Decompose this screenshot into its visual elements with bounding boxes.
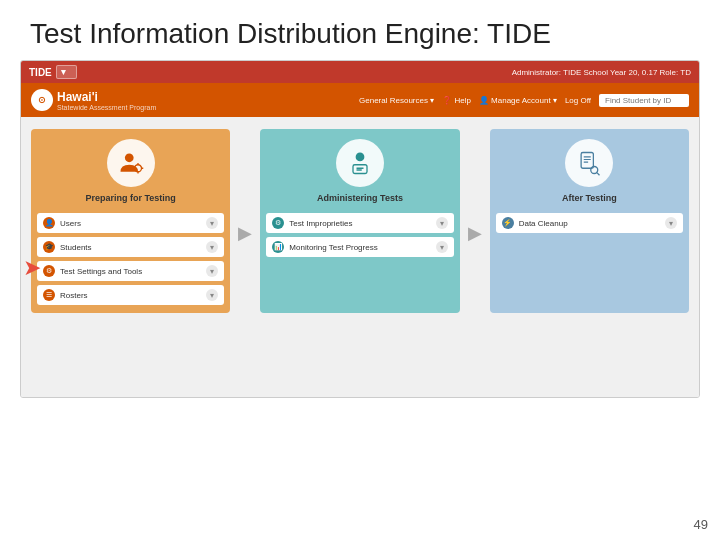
general-resources-menu[interactable]: General Resources ▾: [359, 96, 434, 105]
svg-point-6: [356, 153, 365, 162]
users-icon: 👤: [43, 217, 55, 229]
test-improprieties-chevron: ▾: [436, 217, 448, 229]
monitoring-icon: 📊: [272, 241, 284, 253]
test-settings-label: Test Settings and Tools: [60, 267, 201, 276]
monitoring-label: Monitoring Test Progress: [289, 243, 430, 252]
svg-point-0: [125, 153, 134, 162]
user-gear-icon: [117, 149, 145, 177]
arrow-2: ▶: [468, 129, 482, 313]
after-title: After Testing: [562, 193, 617, 203]
preparing-title: Preparing for Testing: [85, 193, 175, 203]
svg-point-14: [591, 167, 598, 174]
test-settings-menu-item[interactable]: ⚙ Test Settings and Tools ▾: [37, 261, 224, 281]
doc-search-icon: [575, 149, 603, 177]
svg-rect-10: [581, 153, 593, 169]
test-improprieties-icon: ⚙: [272, 217, 284, 229]
users-menu-item[interactable]: 👤 Users ▾: [37, 213, 224, 233]
svg-line-15: [597, 173, 600, 176]
students-label: Students: [60, 243, 201, 252]
preparing-menu: 👤 Users ▾ 🎓 Students ▾ ⚙ Test Settings a…: [31, 213, 230, 313]
tide-nav-right: General Resources ▾ ❓ Help 👤 Manage Acco…: [359, 94, 689, 107]
tide-main-content: ➤ Prepa: [21, 117, 699, 397]
users-label: Users: [60, 219, 201, 228]
find-student-input[interactable]: [599, 94, 689, 107]
data-cleanup-chevron: ▾: [665, 217, 677, 229]
test-improprieties-item[interactable]: ⚙ Test Improprieties ▾: [266, 213, 453, 233]
hawaii-logo-icon: ⊙: [31, 89, 53, 111]
topbar-right: Administrator: TIDE School Year 20, 0.17…: [512, 68, 691, 77]
hawaii-logo: ⊙ Hawai'i Statewide Assessment Program: [31, 89, 156, 111]
after-testing-column: After Testing ⚡ Data Cleanup ▾: [490, 129, 689, 313]
administering-icon-circle: [336, 139, 384, 187]
tide-header: ⊙ Hawai'i Statewide Assessment Program G…: [21, 83, 699, 117]
hawaii-logo-text: Hawai'i: [57, 90, 156, 104]
user-screen-icon: [346, 149, 374, 177]
topbar-left: TIDE ▾: [29, 65, 77, 79]
monitoring-progress-item[interactable]: 📊 Monitoring Test Progress ▾: [266, 237, 453, 257]
red-arrow-pointer: ➤: [23, 257, 41, 279]
app-name-label: TIDE: [29, 67, 52, 78]
rosters-menu-item[interactable]: ☰ Rosters ▾: [37, 285, 224, 305]
tide-topbar: TIDE ▾ Administrator: TIDE School Year 2…: [21, 61, 699, 83]
preparing-icon-circle: [107, 139, 155, 187]
help-link[interactable]: ❓ Help: [442, 96, 471, 105]
after-menu: ⚡ Data Cleanup ▾: [490, 213, 689, 241]
monitoring-chevron: ▾: [436, 241, 448, 253]
students-icon: 🎓: [43, 241, 55, 253]
administering-menu: ⚙ Test Improprieties ▾ 📊 Monitoring Test…: [260, 213, 459, 265]
data-cleanup-label: Data Cleanup: [519, 219, 660, 228]
page-title: Test Information Distribution Engine: TI…: [0, 0, 720, 60]
test-improprieties-label: Test Improprieties: [289, 219, 430, 228]
administering-column: Administering Tests ⚙ Test Improprieties…: [260, 129, 459, 313]
tide-dropdown[interactable]: ▾: [56, 65, 77, 79]
students-menu-item[interactable]: 🎓 Students ▾: [37, 237, 224, 257]
after-header: After Testing: [490, 129, 689, 213]
hawaii-logo-sub: Statewide Assessment Program: [57, 104, 156, 111]
svg-rect-7: [353, 165, 367, 174]
manage-account-menu[interactable]: 👤 Manage Account ▾: [479, 96, 557, 105]
data-cleanup-item[interactable]: ⚡ Data Cleanup ▾: [496, 213, 683, 233]
data-cleanup-icon: ⚡: [502, 217, 514, 229]
tide-application: TIDE ▾ Administrator: TIDE School Year 2…: [20, 60, 700, 398]
log-off-link[interactable]: Log Off: [565, 96, 591, 105]
page-number: 49: [694, 517, 708, 532]
rosters-label: Rosters: [60, 291, 201, 300]
arrow-1: ▶: [238, 129, 252, 313]
preparing-column: Preparing for Testing 👤 Users ▾ 🎓 Studen…: [31, 129, 230, 313]
rosters-chevron: ▾: [206, 289, 218, 301]
admin-info: Administrator: TIDE School Year 20, 0.17…: [512, 68, 691, 77]
tide-columns: Preparing for Testing 👤 Users ▾ 🎓 Studen…: [31, 129, 689, 313]
users-chevron: ▾: [206, 217, 218, 229]
administering-title: Administering Tests: [317, 193, 403, 203]
test-settings-icon: ⚙: [43, 265, 55, 277]
students-chevron: ▾: [206, 241, 218, 253]
rosters-icon: ☰: [43, 289, 55, 301]
test-settings-chevron: ▾: [206, 265, 218, 277]
administering-header: Administering Tests: [260, 129, 459, 213]
after-icon-circle: [565, 139, 613, 187]
preparing-header: Preparing for Testing: [31, 129, 230, 213]
